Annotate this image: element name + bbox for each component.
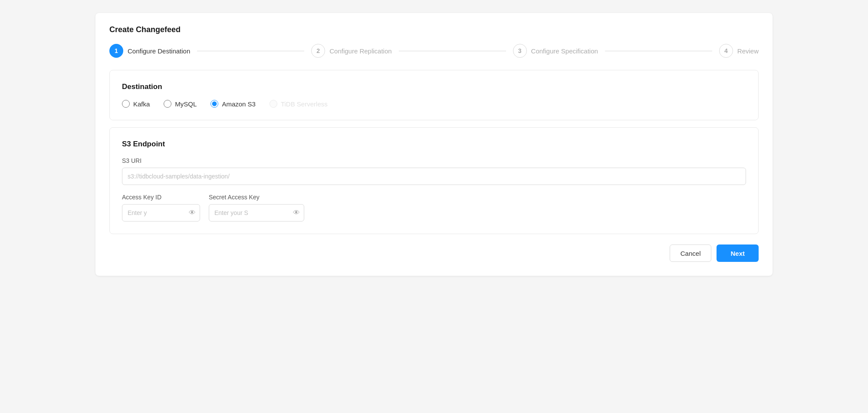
radio-kafka[interactable] [122, 100, 130, 108]
step-4-label: Review [737, 47, 759, 55]
access-key-id-label: Access Key ID [122, 194, 200, 201]
secret-access-key-input[interactable] [209, 204, 304, 221]
s3-endpoint-card-title: S3 Endpoint [122, 140, 746, 149]
access-key-id-wrapper: 👁 [122, 204, 200, 221]
cancel-button[interactable]: Cancel [670, 244, 712, 262]
step-2-circle: 2 [311, 44, 325, 58]
secret-access-key-eye-icon[interactable]: 👁 [293, 209, 300, 217]
s3-uri-label: S3 URI [122, 157, 746, 164]
radio-tidb-serverless-label: TiDB Serverless [281, 100, 328, 108]
credentials-row: Access Key ID 👁 Secret Access Key 👁 [122, 194, 746, 221]
access-key-id-group: Access Key ID 👁 [122, 194, 200, 221]
connector-2-3 [399, 51, 506, 51]
access-key-id-input[interactable] [122, 204, 200, 221]
radio-kafka-label: Kafka [133, 100, 150, 108]
destination-radio-group: Kafka MySQL Amazon S3 TiDB Serverless [122, 100, 746, 108]
radio-amazon-s3-label: Amazon S3 [222, 100, 256, 108]
secret-access-key-label: Secret Access Key [209, 194, 304, 201]
radio-tidb-serverless [270, 100, 277, 108]
step-3-label: Configure Specification [531, 47, 598, 55]
page-title: Create Changefeed [109, 25, 759, 34]
radio-mysql[interactable] [164, 100, 171, 108]
next-button[interactable]: Next [717, 244, 759, 262]
connector-3-4 [605, 51, 712, 51]
step-4-circle: 4 [719, 44, 733, 58]
destination-option-mysql[interactable]: MySQL [164, 100, 197, 108]
step-1: 1 Configure Destination [109, 44, 190, 58]
step-1-label: Configure Destination [128, 47, 190, 55]
stepper: 1 Configure Destination 2 Configure Repl… [109, 44, 759, 58]
step-2: 2 Configure Replication [311, 44, 391, 58]
step-3-circle: 3 [513, 44, 527, 58]
destination-card: Destination Kafka MySQL Amazon S3 TiDB S… [109, 70, 759, 120]
s3-uri-field: S3 URI [122, 157, 746, 185]
page-container: Create Changefeed 1 Configure Destinatio… [95, 13, 773, 276]
destination-card-title: Destination [122, 83, 746, 91]
radio-mysql-label: MySQL [175, 100, 197, 108]
s3-uri-input[interactable] [122, 168, 746, 185]
secret-access-key-group: Secret Access Key 👁 [209, 194, 304, 221]
step-3: 3 Configure Specification [513, 44, 598, 58]
step-1-circle: 1 [109, 44, 123, 58]
secret-access-key-wrapper: 👁 [209, 204, 304, 221]
destination-option-kafka[interactable]: Kafka [122, 100, 150, 108]
s3-endpoint-card: S3 Endpoint S3 URI Access Key ID 👁 Secre… [109, 127, 759, 234]
connector-1-2 [197, 51, 304, 51]
step-4: 4 Review [719, 44, 759, 58]
footer-actions: Cancel Next [109, 241, 759, 262]
access-key-id-eye-icon[interactable]: 👁 [189, 209, 196, 217]
step-2-label: Configure Replication [329, 47, 391, 55]
radio-amazon-s3[interactable] [210, 100, 218, 108]
destination-option-amazon-s3[interactable]: Amazon S3 [210, 100, 256, 108]
destination-option-tidb-serverless[interactable]: TiDB Serverless [270, 100, 328, 108]
